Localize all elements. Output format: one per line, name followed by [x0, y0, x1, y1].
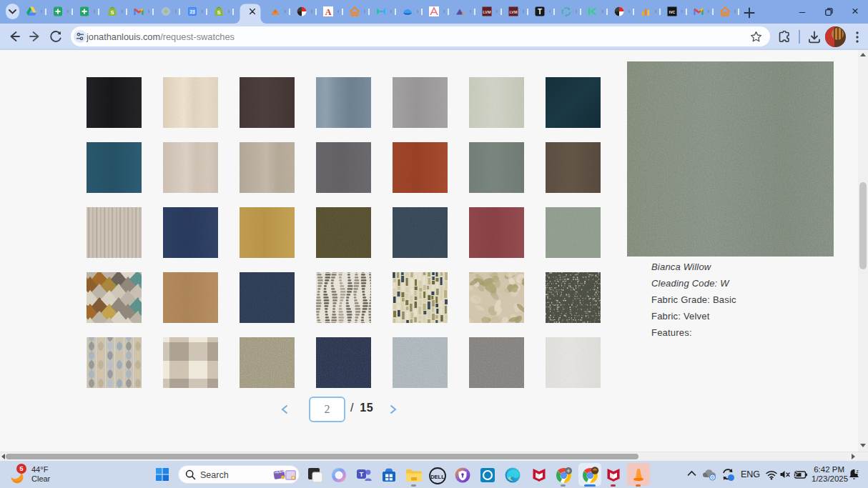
- svg-text:23: 23: [189, 9, 195, 14]
- svg-text:T: T: [360, 471, 364, 478]
- svg-text:DELL: DELL: [430, 474, 445, 480]
- svg-text:S: S: [217, 10, 221, 15]
- svg-text:A: A: [325, 7, 332, 17]
- svg-text:IVC: IVC: [669, 10, 676, 14]
- svg-text:z: z: [856, 469, 858, 474]
- svg-text:LVM: LVM: [509, 10, 518, 14]
- svg-text:LVM: LVM: [483, 10, 491, 14]
- svg-text:T: T: [538, 8, 542, 16]
- svg-text:S: S: [111, 10, 114, 15]
